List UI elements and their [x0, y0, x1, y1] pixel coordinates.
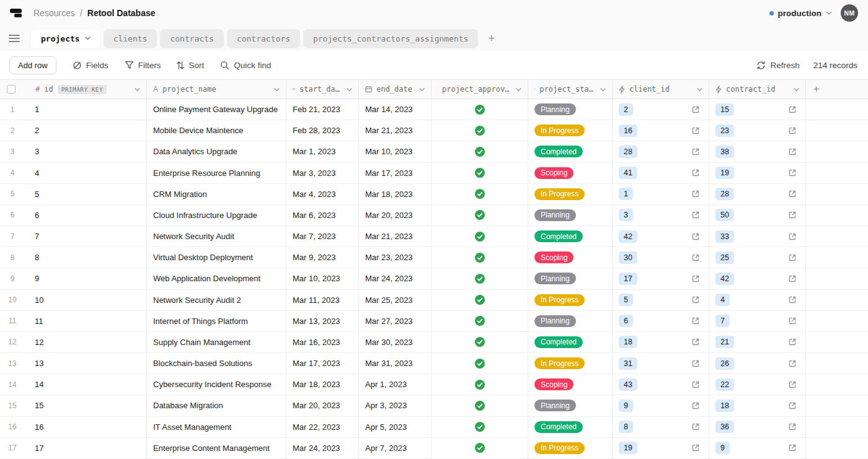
client-id-chip[interactable]: 18 — [619, 336, 637, 348]
cell-client-id[interactable]: 2 — [613, 99, 709, 120]
cell-client-id[interactable]: 1 — [613, 184, 709, 204]
cell-start-date[interactable]: Mar 3, 2023 — [286, 163, 359, 183]
add-table-button[interactable]: + — [484, 32, 498, 45]
client-id-chip[interactable]: 1 — [619, 188, 633, 200]
cell-end-date[interactable]: Mar 23, 2023 — [359, 247, 432, 268]
cell-start-date[interactable]: Mar 4, 2023 — [286, 184, 359, 204]
add-column-button[interactable]: + — [806, 80, 868, 98]
chevron-down-icon[interactable] — [417, 85, 425, 94]
cell-project-status[interactable]: Completed — [528, 141, 613, 162]
contract-id-chip[interactable]: 36 — [715, 421, 734, 433]
cell-project-name[interactable]: Enterprise Content Management — [147, 438, 286, 458]
contract-id-chip[interactable]: 42 — [715, 273, 734, 285]
cell-project-approved[interactable] — [432, 205, 528, 225]
cell-project-name[interactable]: CRM Migration — [147, 184, 286, 204]
sort-button[interactable]: Sort — [177, 61, 204, 70]
contract-id-chip[interactable]: 9 — [715, 442, 730, 454]
external-link-icon[interactable] — [788, 147, 797, 156]
cell-project-status[interactable]: Planning — [528, 311, 613, 331]
cell-start-date[interactable]: Mar 18, 2023 — [286, 374, 359, 395]
select-all-checkbox[interactable] — [7, 85, 16, 94]
external-link-icon[interactable] — [788, 338, 797, 346]
cell-start-date[interactable]: Mar 11, 2023 — [286, 290, 359, 310]
external-link-icon[interactable] — [788, 253, 797, 262]
cell-id[interactable]: 10 — [25, 290, 147, 310]
cell-start-date[interactable]: Mar 9, 2023 — [286, 247, 359, 268]
cell-client-id[interactable]: 6 — [613, 311, 709, 331]
cell-project-approved[interactable] — [432, 99, 528, 120]
cell-id[interactable]: 13 — [25, 353, 147, 374]
cell-project-name[interactable]: Mobile Device Maintence — [147, 120, 286, 141]
cell-contract-id[interactable]: 25 — [709, 247, 806, 268]
external-link-icon[interactable] — [691, 126, 700, 135]
cell-contract-id[interactable]: 33 — [709, 226, 806, 247]
chevron-down-icon[interactable] — [344, 85, 352, 94]
cell-id[interactable]: 16 — [25, 417, 147, 437]
cell-end-date[interactable]: Mar 20, 2023 — [359, 205, 432, 225]
client-id-chip[interactable]: 2 — [619, 103, 633, 116]
cell-end-date[interactable]: Mar 14, 2023 — [359, 99, 432, 120]
client-id-chip[interactable]: 16 — [619, 125, 637, 137]
column-header-start-date[interactable]: start_da… — [286, 80, 359, 98]
cell-project-name[interactable]: Network Security Audit 2 — [147, 290, 286, 310]
cell-end-date[interactable]: Mar 25, 2023 — [359, 290, 432, 310]
cell-start-date[interactable]: Feb 21, 2023 — [286, 99, 359, 120]
fields-button[interactable]: Fields — [73, 61, 108, 70]
cell-client-id[interactable]: 3 — [613, 205, 709, 225]
external-link-icon[interactable] — [788, 295, 797, 304]
cell-contract-id[interactable]: 9 — [709, 438, 806, 458]
tab-projects[interactable]: projects — [31, 29, 100, 48]
external-link-icon[interactable] — [691, 190, 700, 198]
chevron-down-icon[interactable] — [513, 85, 521, 94]
external-link-icon[interactable] — [788, 359, 797, 368]
external-link-icon[interactable] — [788, 317, 797, 325]
filters-button[interactable]: Filters — [125, 61, 161, 70]
cell-client-id[interactable]: 28 — [613, 141, 709, 162]
cell-contract-id[interactable]: 42 — [709, 268, 806, 289]
table-row[interactable]: 1313Blockchain-based SolutionsMar 17, 20… — [0, 353, 868, 374]
cell-project-approved[interactable] — [432, 311, 528, 331]
cell-id[interactable]: 14 — [25, 374, 147, 395]
cell-client-id[interactable]: 43 — [613, 374, 709, 395]
external-link-icon[interactable] — [691, 380, 700, 389]
external-link-icon[interactable] — [691, 422, 700, 431]
cell-contract-id[interactable]: 50 — [709, 205, 806, 225]
cell-id[interactable]: 3 — [25, 141, 147, 162]
cell-project-approved[interactable] — [432, 290, 528, 310]
external-link-icon[interactable] — [788, 232, 797, 241]
external-link-icon[interactable] — [691, 232, 700, 241]
refresh-button[interactable]: Refresh — [756, 61, 799, 70]
external-link-icon[interactable] — [691, 359, 700, 368]
cell-client-id[interactable]: 31 — [613, 353, 709, 374]
cell-client-id[interactable]: 9 — [613, 395, 709, 416]
cell-project-name[interactable]: Network Security Audit — [147, 226, 286, 247]
cell-end-date[interactable]: Mar 31, 2023 — [359, 353, 432, 374]
cell-project-status[interactable]: In Progress — [528, 290, 613, 310]
cell-project-name[interactable]: Blockchain-based Solutions — [147, 353, 286, 374]
cell-client-id[interactable]: 5 — [613, 290, 709, 310]
client-id-chip[interactable]: 6 — [619, 315, 633, 327]
menu-icon[interactable] — [9, 34, 20, 43]
chevron-down-icon[interactable] — [791, 85, 799, 94]
cell-project-status[interactable]: Planning — [528, 268, 613, 289]
cell-client-id[interactable]: 42 — [613, 226, 709, 247]
contract-id-chip[interactable]: 22 — [715, 378, 734, 391]
cell-id[interactable]: 8 — [25, 247, 147, 268]
cell-id[interactable]: 5 — [25, 184, 147, 204]
chevron-down-icon[interactable] — [272, 85, 280, 94]
cell-start-date[interactable]: Mar 1, 2023 — [286, 141, 359, 162]
cell-id[interactable]: 7 — [25, 226, 147, 247]
cell-contract-id[interactable]: 36 — [709, 417, 806, 437]
cell-start-date[interactable]: Mar 20, 2023 — [286, 395, 359, 416]
cell-end-date[interactable]: Mar 18, 2023 — [359, 184, 432, 204]
cell-end-date[interactable]: Mar 21, 2023 — [359, 226, 432, 247]
external-link-icon[interactable] — [788, 444, 797, 452]
cell-start-date[interactable]: Mar 17, 2023 — [286, 353, 359, 374]
cell-end-date[interactable]: Apr 5, 2023 — [359, 417, 432, 437]
contract-id-chip[interactable]: 25 — [715, 251, 734, 264]
cell-start-date[interactable]: Mar 13, 2023 — [286, 311, 359, 331]
client-id-chip[interactable]: 8 — [619, 421, 633, 433]
column-header-project-status[interactable]: project_sta… — [528, 80, 613, 98]
contract-id-chip[interactable]: 26 — [715, 357, 734, 370]
column-header-project-name[interactable]: A project_name — [147, 80, 286, 98]
